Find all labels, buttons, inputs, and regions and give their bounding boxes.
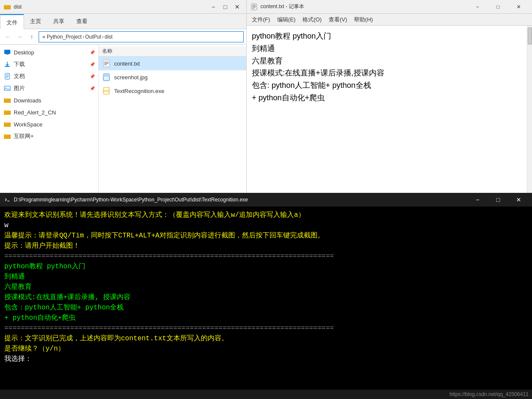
cmd-minimize-button[interactable]: − [468, 194, 487, 205]
jpg-file-icon [102, 73, 111, 81]
sidebar-desktop-label: Desktop [14, 49, 34, 56]
cmd-icon [3, 196, 11, 204]
cmd-line-13: 是否继续？（y/n） [4, 344, 528, 354]
fe-maximize-button[interactable]: □ [220, 2, 231, 12]
cmd-line-8: 授课模式:在线直播+课后录播, 授课内容 [4, 292, 528, 303]
cmd-line-7: 六星教育 [4, 282, 528, 292]
svg-rect-14 [4, 110, 7, 111]
sidebar-item-downloads[interactable]: Downloads [0, 94, 98, 106]
path-part-2: OutPut [85, 34, 101, 40]
np-titlebar: content.txt - 记事本 − □ ✕ [247, 0, 532, 14]
np-menu-help[interactable]: 帮助(H) [351, 14, 376, 26]
redalert-folder-icon [3, 108, 11, 116]
fe-body: Desktop 📌 下载 📌 文档 📌 [0, 45, 246, 193]
fe-close-button[interactable]: ✕ [232, 2, 243, 12]
nav-forward-button[interactable]: → [15, 32, 25, 42]
fe-minimize-button[interactable]: − [208, 2, 219, 12]
file-name-textrecognition: TextRecognition.exe [114, 88, 164, 94]
np-line-1: 到精通 [252, 42, 522, 55]
ribbon-tab-file[interactable]: 文件 [0, 14, 24, 30]
sidebar-redalert-label: Red_Alert_2_CN [14, 109, 56, 116]
cmd-line-4: ========================================… [4, 251, 528, 261]
cmd-line-14: 我选择： [4, 354, 528, 364]
file-list-header-name: 名称 [102, 48, 112, 55]
sidebar-item-desktop[interactable]: Desktop 📌 [0, 46, 98, 58]
ribbon-tab-share[interactable]: 共享 [47, 14, 70, 29]
np-line-3: 授课模式:在线直播+课后录播,授课内容 [252, 67, 522, 79]
svg-rect-12 [4, 98, 7, 99]
np-window-controls: − □ ✕ [468, 1, 529, 12]
cmd-line-0: 欢迎来到文本识别系统！请先选择识别文本写入方式：（覆盖内容写入输入w/追加内容写… [4, 210, 528, 220]
cmd-line-3: 提示：请用户开始截图！ [4, 241, 528, 251]
ribbon-tab-home[interactable]: 主页 [24, 14, 47, 29]
file-list-header: 名称 [99, 46, 246, 57]
download-cn-icon [3, 60, 11, 68]
cmd-window-controls: − □ ✕ [468, 194, 529, 205]
path-sep-2: › [102, 34, 104, 40]
sidebar-item-pictures[interactable]: 图片 📌 [0, 82, 98, 94]
np-minimize-button[interactable]: − [468, 1, 487, 12]
svg-rect-1 [4, 5, 7, 6]
cmd-line-11: ========================================… [4, 323, 528, 333]
svg-rect-24 [103, 74, 109, 77]
sidebar-item-downloads-cn[interactable]: 下载 📌 [0, 58, 98, 70]
np-menu-format[interactable]: 格式(O) [299, 14, 325, 26]
np-content[interactable]: python教程 python入门 到精通 六星教育 授课模式:在线直播+课后录… [247, 26, 527, 193]
sidebar-item-workspace[interactable]: WorkSpace [0, 118, 98, 130]
sidebar-workspace-label: WorkSpace [14, 121, 42, 128]
svg-rect-3 [6, 54, 9, 55]
np-scrollbar-thumb[interactable] [528, 27, 532, 45]
docs-icon [3, 72, 11, 80]
nav-up-button[interactable]: ↑ [27, 32, 37, 42]
svg-rect-4 [5, 66, 10, 67]
folder-icon [3, 3, 11, 11]
np-menubar: 文件(F) 编辑(E) 格式(O) 查看(V) 帮助(H) [247, 14, 532, 26]
np-menu-file[interactable]: 文件(F) [248, 14, 274, 26]
sidebar-pictures-label: 图片 [14, 84, 25, 92]
np-menu-edit[interactable]: 编辑(E) [274, 14, 299, 26]
np-menu-view[interactable]: 查看(V) [325, 14, 351, 26]
svg-rect-28 [251, 4, 257, 10]
cmd-line-6: 到精通 [4, 272, 528, 282]
path-part-3: dist [105, 34, 113, 40]
sidebar-pin-1: 📌 [90, 62, 95, 67]
svg-rect-33 [4, 196, 11, 203]
cmd-titlebar: D:\Programminglearning\Pycharm\Python-Wo… [0, 193, 532, 207]
cmd-line-2: 温馨提示：请登录QQ/Tim，同时按下CTRL+ALT+A对指定识别内容进行截图… [4, 231, 528, 241]
sidebar-item-docs[interactable]: 文档 📌 [0, 70, 98, 82]
svg-point-25 [105, 75, 106, 76]
cmd-line-10: + python自动化+爬虫 [4, 313, 528, 323]
svg-rect-16 [4, 122, 7, 123]
file-item-textrecognition[interactable]: EXE TextRecognition.exe [99, 84, 246, 98]
fe-titlebar: dist − □ ✕ [0, 0, 246, 14]
fe-window-controls: − □ ✕ [208, 2, 243, 12]
notepad: content.txt - 记事本 − □ ✕ 文件(F) 编辑(E) 格式(O… [247, 0, 532, 193]
cmd-body[interactable]: 欢迎来到文本识别系统！请先选择识别文本写入方式：（覆盖内容写入输入w/追加内容写… [0, 207, 532, 390]
np-scrollbar[interactable] [527, 26, 532, 193]
np-close-button[interactable]: ✕ [509, 1, 529, 12]
sidebar-item-redalert[interactable]: Red_Alert_2_CN [0, 106, 98, 118]
txt-file-icon [102, 59, 111, 68]
cmd-title-text: D:\Programminglearning\Pycharm\Python-Wo… [14, 197, 465, 203]
sidebar-internet-label: 互联网+ [14, 132, 34, 140]
file-item-content-txt[interactable]: content.txt [99, 57, 246, 70]
fe-sidebar: Desktop 📌 下载 📌 文档 📌 [0, 45, 99, 193]
sidebar-pin-2: 📌 [90, 74, 95, 79]
cmd-maximize-button[interactable]: □ [488, 194, 508, 205]
sidebar-item-internet[interactable]: 互联网+ [0, 130, 98, 142]
np-maximize-button[interactable]: □ [488, 1, 508, 12]
cmd-close-button[interactable]: ✕ [509, 194, 529, 205]
sidebar-downloads-label: Downloads [14, 97, 41, 104]
cmd-line-12: 提示：文字识别已完成，上述内容即为content.txt文本所写入的内容。 [4, 333, 528, 344]
np-line-2: 六星教育 [252, 55, 522, 67]
file-name-content-txt: content.txt [114, 60, 140, 67]
address-path[interactable]: « Python_Project › OutPut › dist [39, 31, 244, 42]
file-item-screenhot[interactable]: screenhot.jpg [99, 70, 246, 84]
fe-addressbar: ← → ↑ « Python_Project › OutPut › dist [0, 29, 246, 45]
ribbon-tab-view[interactable]: 查看 [70, 14, 94, 29]
nav-back-button[interactable]: ← [3, 32, 13, 42]
svg-rect-18 [4, 134, 7, 135]
cmd-footer-link: https://blog.csdn.net/qq_42506411 [450, 391, 529, 397]
path-part-1: Python_Project [47, 34, 82, 40]
np-line-0: python教程 python入门 [252, 30, 522, 42]
